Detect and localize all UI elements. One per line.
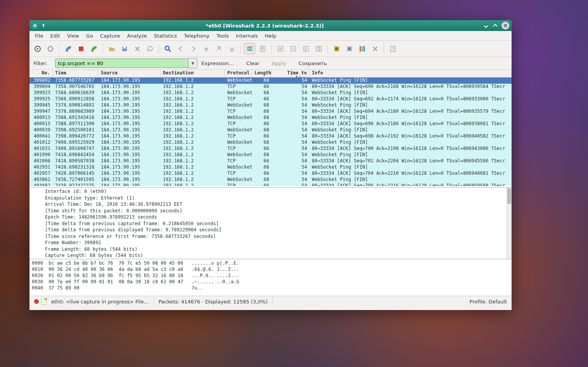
detail-line[interactable]: Interface id: 0 (eth0) bbox=[45, 188, 512, 195]
help-icon[interactable]: ? bbox=[387, 43, 398, 54]
details-scrollbar[interactable] bbox=[507, 188, 512, 259]
packet-list[interactable]: 3998927358.687733267184.173.90.195192.16… bbox=[29, 78, 512, 187]
packet-row[interactable]: 3999237368.689616639184.173.90.195192.16… bbox=[29, 90, 512, 96]
packet-row[interactable]: 4038617438.727401595184.173.90.195192.16… bbox=[29, 177, 512, 183]
zoom-out-icon[interactable] bbox=[287, 43, 299, 54]
col-info[interactable]: Info bbox=[310, 70, 512, 77]
zoom-in-icon[interactable] bbox=[275, 43, 286, 54]
packet-row[interactable]: 3999257368.890912858184.173.90.195192.16… bbox=[29, 96, 512, 102]
close-icon[interactable] bbox=[502, 22, 509, 29]
status-bar: eth0: <live capture in progress> File… P… bbox=[29, 296, 512, 307]
resize-columns-icon[interactable] bbox=[313, 43, 324, 54]
menu-file[interactable]: File bbox=[32, 32, 47, 40]
apply-button[interactable]: Apply bbox=[272, 60, 286, 66]
start-capture-icon[interactable] bbox=[62, 43, 74, 54]
options-icon[interactable] bbox=[45, 43, 56, 54]
col-dst[interactable]: Destination bbox=[161, 70, 225, 77]
annotate-icon[interactable] bbox=[41, 298, 47, 305]
svg-rect-12 bbox=[260, 46, 265, 52]
go-first-icon[interactable] bbox=[213, 43, 225, 54]
packet-row[interactable]: 4019907418.696842454184.173.90.195192.16… bbox=[29, 152, 512, 158]
packet-header[interactable]: No. Time Source Destination Protocol Len… bbox=[29, 70, 512, 78]
pin-icon[interactable] bbox=[40, 22, 47, 29]
packet-row[interactable]: 4010127408.695525929184.173.90.195192.16… bbox=[29, 140, 512, 146]
packet-row[interactable]: 3998947358.907546765184.173.90.195192.16… bbox=[29, 84, 512, 90]
packet-details-pane[interactable]: Interface id: 0 (eth0)Encapsulation type… bbox=[29, 188, 512, 259]
svg-rect-24 bbox=[363, 46, 365, 52]
packet-row[interactable]: 4000397398.692500101184.173.90.195192.16… bbox=[29, 127, 512, 133]
expression-button[interactable]: Expression… bbox=[201, 60, 234, 66]
detail-line[interactable]: Epoch Time: 1482061596.978992213 seconds bbox=[45, 214, 512, 221]
status-capture[interactable]: eth0: <live capture in progress> File… bbox=[29, 296, 154, 307]
col-len[interactable]: Length bbox=[252, 70, 272, 77]
restart-capture-icon[interactable] bbox=[88, 43, 99, 54]
coloring-rules-icon[interactable] bbox=[356, 43, 368, 54]
minimize-icon[interactable] bbox=[483, 22, 489, 29]
packet-row[interactable]: 4038827438.927427275184.173.90.195192.16… bbox=[29, 183, 512, 186]
detail-line[interactable]: [Time shift for this packet: 0.000000000… bbox=[45, 208, 512, 214]
titlebar[interactable]: *eth0 [Wireshark 2.2.3 (wireshark-2.2.3)… bbox=[29, 20, 512, 31]
go-last-icon[interactable] bbox=[226, 43, 237, 54]
col-proto[interactable]: Protocol bbox=[225, 70, 252, 77]
save-filter-button[interactable]: Сохранить bbox=[299, 60, 327, 66]
clear-button[interactable]: Clear bbox=[246, 60, 259, 66]
go-to-icon[interactable] bbox=[201, 43, 212, 54]
packet-row[interactable]: 3999457378.690814892184.173.90.195192.16… bbox=[29, 102, 512, 109]
detail-line[interactable]: [Time delta from previous displayed fram… bbox=[45, 227, 512, 233]
detail-line[interactable]: Capture Length: 68 bytes (544 bits) bbox=[45, 252, 512, 259]
interfaces-icon[interactable] bbox=[32, 43, 43, 54]
save-icon[interactable] bbox=[119, 43, 130, 54]
menu-go[interactable]: Go bbox=[83, 32, 96, 40]
detail-line[interactable]: Frame Number: 399892 bbox=[45, 239, 512, 246]
go-forward-icon[interactable] bbox=[188, 43, 199, 54]
col-ttl[interactable]: Time to live bbox=[272, 70, 310, 77]
find-icon[interactable] bbox=[162, 43, 173, 54]
open-icon[interactable] bbox=[106, 43, 117, 54]
close-file-icon[interactable] bbox=[131, 43, 143, 54]
menu-view[interactable]: View bbox=[64, 32, 82, 40]
app-icon bbox=[32, 22, 38, 29]
packet-row[interactable]: 4000157388.897311390184.173.90.195192.16… bbox=[29, 121, 512, 127]
maximize-icon[interactable] bbox=[492, 22, 498, 29]
svg-point-4 bbox=[48, 47, 53, 51]
packet-bytes-pane[interactable]: 0000 bc ae c5 be 8b b7 bc 76 70 7c e5 50… bbox=[29, 259, 512, 296]
capture-filters-icon[interactable] bbox=[331, 43, 342, 54]
detail-line[interactable]: Arrival Time: Dec 18, 2016 13:46:36.9789… bbox=[45, 201, 512, 208]
packet-row[interactable]: 3999477378.889883989184.173.90.195192.16… bbox=[29, 109, 512, 115]
detail-line[interactable]: Encapsulation type: Ethernet (1) bbox=[45, 195, 512, 202]
menu-telephony[interactable]: Telephony bbox=[181, 32, 213, 40]
menu-capture[interactable]: Capture bbox=[97, 32, 123, 40]
packet-row[interactable]: 3998927358.687733267184.173.90.195192.16… bbox=[29, 78, 512, 84]
svg-rect-9 bbox=[247, 47, 252, 48]
menu-analyze[interactable]: Analyze bbox=[124, 32, 150, 40]
packet-row[interactable]: 4010317408.891608747184.173.90.195192.16… bbox=[29, 146, 512, 152]
menu-statistics[interactable]: Statistics bbox=[151, 32, 180, 40]
stop-capture-icon[interactable] bbox=[75, 43, 86, 54]
display-filters-icon[interactable] bbox=[344, 43, 355, 54]
status-profile[interactable]: Profile: Default bbox=[465, 296, 512, 307]
packet-row[interactable]: 4029317428.698231318184.173.90.195192.16… bbox=[29, 164, 512, 171]
col-src[interactable]: Source bbox=[99, 70, 161, 77]
colorize-icon[interactable] bbox=[244, 43, 255, 54]
filter-input[interactable] bbox=[55, 59, 188, 68]
menu-internals[interactable]: Internals bbox=[233, 32, 261, 40]
svg-rect-17 bbox=[316, 47, 322, 51]
col-no[interactable]: No. bbox=[29, 70, 53, 77]
detail-line[interactable]: [Time since reference or first frame: 73… bbox=[45, 233, 512, 240]
menu-tools[interactable]: Tools bbox=[213, 32, 232, 40]
preferences-icon[interactable] bbox=[369, 43, 380, 54]
packet-row[interactable]: 4000137388.691343416184.173.90.195192.16… bbox=[29, 115, 512, 121]
col-time[interactable]: Time bbox=[53, 70, 99, 77]
detail-line[interactable]: Frame Length: 68 bytes (544 bits) bbox=[45, 246, 512, 253]
packet-row[interactable]: 4000417398.899426772184.173.90.195192.16… bbox=[29, 133, 512, 140]
packet-row[interactable]: 4020067418.890587038184.173.90.195192.16… bbox=[29, 158, 512, 164]
detail-line[interactable]: [Time delta from previous captured frame… bbox=[45, 221, 512, 227]
zoom-reset-icon[interactable]: 1 bbox=[300, 43, 311, 54]
filter-dropdown-icon[interactable]: ▼ bbox=[188, 58, 197, 68]
reload-icon[interactable] bbox=[144, 43, 156, 54]
packet-row[interactable]: 4029577428.897066145184.173.90.195192.16… bbox=[29, 171, 512, 177]
autoscroll-icon[interactable] bbox=[257, 43, 268, 54]
menu-help[interactable]: Help bbox=[262, 32, 280, 40]
go-back-icon[interactable] bbox=[175, 43, 186, 54]
menu-edit[interactable]: Edit bbox=[47, 32, 63, 40]
